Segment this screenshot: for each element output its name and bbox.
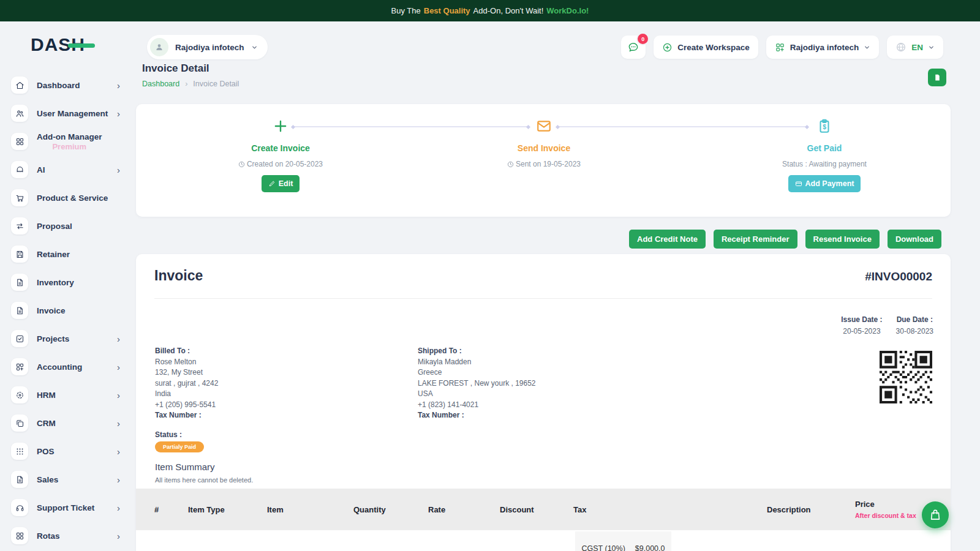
file-icon <box>11 302 28 319</box>
promo-banner: Buy The Best Quality Add-On, Don't Wait!… <box>0 0 980 21</box>
floppy-icon <box>11 246 28 263</box>
sidebar-item-label: Sales <box>37 475 58 484</box>
cart-icon <box>11 189 28 206</box>
copy-icon <box>11 414 28 432</box>
col-discount: Discount <box>500 505 573 514</box>
step-subtitle: Sent on 19-05-2023 <box>470 160 617 168</box>
sidebar-item-label: Projects <box>37 334 69 343</box>
step-title: Create Invoice <box>207 143 354 153</box>
col-tax: Tax <box>573 505 767 514</box>
sidebar-item-label: Accounting <box>37 362 82 372</box>
sidebar-item-accounting[interactable]: Accounting › <box>0 353 130 381</box>
language-code: EN <box>911 43 923 52</box>
workspace-name: Rajodiya infotech <box>175 43 244 52</box>
breadcrumb-dashboard-link[interactable]: Dashboard <box>142 80 179 88</box>
sidebar-item-label: HRM <box>37 391 56 400</box>
page-header: Invoice Detail Dashboard › Invoice Detai… <box>142 62 239 88</box>
edit-invoice-button[interactable]: Edit <box>262 175 300 192</box>
tax-name: CGST (10%) <box>582 544 625 551</box>
receipt-reminder-button[interactable]: Receipt Reminder <box>714 230 797 249</box>
due-date: Due Date : 30-08-2023 <box>896 315 933 335</box>
messages-button[interactable]: 0 <box>621 36 646 59</box>
banner-text: Buy The <box>391 6 421 15</box>
swap-icon <box>11 217 28 234</box>
chevron-down-icon <box>251 44 258 51</box>
payment-icon <box>795 180 802 187</box>
sidebar-item-user-management[interactable]: User Management › <box>0 99 130 127</box>
sidebar-item-invoice[interactable]: Invoice <box>0 296 130 324</box>
row-number: 1 <box>154 531 188 551</box>
banner-brand-link[interactable]: WorkDo.Io! <box>546 6 589 15</box>
resend-invoice-button[interactable]: Resend Invoice <box>805 230 880 249</box>
shipped-tax-number-label: Tax Number : <box>418 410 536 421</box>
sidebar-item-retainer[interactable]: Retainer <box>0 240 130 268</box>
file-icon <box>11 274 28 291</box>
sidebar-item-crm[interactable]: CRM › <box>0 409 130 437</box>
banner-highlight: Best Quality <box>424 6 470 15</box>
plus-icon <box>207 116 354 136</box>
money-clipboard-icon <box>751 116 898 136</box>
download-button[interactable]: Download <box>888 230 941 249</box>
billed-tax-number-label: Tax Number : <box>155 410 218 421</box>
sidebar-item-label: Dashboard <box>37 81 80 90</box>
headset-icon <box>11 499 28 516</box>
sidebar-item-pos[interactable]: POS › <box>0 437 130 465</box>
billed-to-block: Billed To : Rose Melton 132, My Street s… <box>155 346 218 421</box>
sidebar-item-label: CRM <box>37 419 56 428</box>
chevron-right-icon: › <box>117 419 120 428</box>
invoice-actions: Add Credit Note Receipt Reminder Resend … <box>629 230 941 249</box>
workspace-pill[interactable]: Rajodiya infotech <box>147 35 268 59</box>
sidebar-item-label: Inventory <box>37 278 74 287</box>
header-controls: 0 Create Workspace Rajodiya infotech EN <box>621 36 943 59</box>
step-title: Send Invoice <box>470 143 617 153</box>
sidebar-item-label: Retainer <box>37 250 70 259</box>
invoice-card: Invoice #INVO00002 Issue Date : 20-05-20… <box>136 254 951 551</box>
sidebar-item-sales[interactable]: Sales › <box>0 465 130 493</box>
chevron-right-icon: › <box>117 503 120 512</box>
shipped-phone: +1 (823) 141-4021 <box>418 400 536 411</box>
col-item: Item <box>267 505 353 514</box>
row-discount: $0.0 <box>500 531 573 551</box>
workspace-selector[interactable]: Rajodiya infotech <box>766 36 880 59</box>
sidebar-item-addon-manager[interactable]: Add-on Manager Premium <box>0 127 130 156</box>
chevron-right-icon: › <box>117 531 120 541</box>
qr-code <box>880 351 932 403</box>
sidebar-item-ai[interactable]: AI › <box>0 156 130 184</box>
sidebar-item-support-ticket[interactable]: Support Ticket › <box>0 493 130 522</box>
step-create-invoice: Create Invoice Created on 20-05-2023 Edi… <box>207 116 354 192</box>
banner-text: Add-On, Don't Wait! <box>473 6 544 15</box>
breadcrumb: Dashboard › Invoice Detail <box>142 80 239 88</box>
language-selector[interactable]: EN <box>887 36 943 59</box>
sidebar-item-proposal[interactable]: Proposal <box>0 212 130 240</box>
billed-name: Rose Melton <box>155 357 218 368</box>
item-summary-subtitle: All items here cannot be deleted. <box>155 476 253 484</box>
breadcrumb-separator: › <box>185 80 187 88</box>
export-document-button[interactable] <box>928 69 946 86</box>
envelope-icon <box>470 116 617 136</box>
sidebar-item-hrm[interactable]: HRM › <box>0 381 130 409</box>
sidebar-item-dashboard[interactable]: Dashboard › <box>0 71 130 99</box>
sidebar-item-inventory[interactable]: Inventory <box>0 268 130 296</box>
invoice-detail-page: Buy The Best Quality Add-On, Don't Wait!… <box>0 0 980 551</box>
sidebar-item-projects[interactable]: Projects › <box>0 324 130 353</box>
divider <box>154 298 932 299</box>
row-item: Refrigerator <box>267 531 353 551</box>
chevron-right-icon: › <box>117 109 120 118</box>
step-send-invoice: Send Invoice Sent on 19-05-2023 <box>470 116 617 168</box>
cart-fab-button[interactable] <box>922 501 949 528</box>
chevron-down-icon <box>928 44 935 51</box>
add-credit-note-button[interactable]: Add Credit Note <box>629 230 706 249</box>
chevron-right-icon: › <box>117 81 120 90</box>
sidebar-item-product-service[interactable]: Product & Service <box>0 184 130 212</box>
add-payment-button[interactable]: Add Payment <box>788 175 861 192</box>
sidebar-item-rotas[interactable]: Rotas › <box>0 522 130 550</box>
sidebar-item-label: Rotas <box>37 531 60 541</box>
row-quantity: 1 <box>353 531 428 551</box>
billed-phone: +1 (205) 995-5541 <box>155 400 218 411</box>
app-logo[interactable]: DASH <box>31 34 95 55</box>
create-workspace-button[interactable]: Create Workspace <box>654 36 758 59</box>
logo-dash-accent <box>68 43 95 48</box>
create-workspace-label: Create Workspace <box>677 43 750 52</box>
status-label: Status : <box>155 430 182 439</box>
users-icon <box>11 105 28 122</box>
